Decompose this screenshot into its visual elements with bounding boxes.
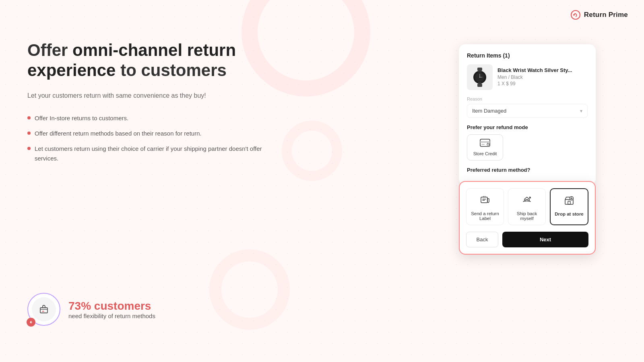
svg-point-0 bbox=[571, 10, 580, 19]
credit-card-svg bbox=[480, 139, 490, 147]
svg-rect-2 bbox=[40, 308, 47, 313]
header: Return Prime bbox=[570, 10, 628, 20]
arrow-left-icon bbox=[29, 320, 33, 325]
store-svg bbox=[564, 195, 575, 206]
subtitle: Let your customers return with same conv… bbox=[27, 90, 277, 101]
next-button[interactable]: Next bbox=[502, 232, 588, 247]
method-label-send: Send a return Label bbox=[470, 211, 500, 221]
watch-svg bbox=[470, 66, 489, 88]
stats-percentage: 73% bbox=[68, 300, 91, 312]
bullet-item-1: Offer In-store returns to customers. bbox=[27, 113, 277, 123]
method-label-ship: Ship back myself bbox=[512, 211, 542, 221]
method-options: Send a return Label Ship back myself bbox=[466, 188, 588, 225]
store-credit-icon bbox=[480, 139, 490, 149]
product-price: 1 X $ 99 bbox=[497, 81, 572, 86]
stats-text: 73% customers need flexibility of return… bbox=[68, 300, 155, 319]
method-option-store[interactable]: Drop at store bbox=[550, 188, 588, 225]
product-image bbox=[467, 64, 493, 90]
svg-rect-17 bbox=[481, 197, 487, 203]
reason-label: Reason bbox=[467, 97, 588, 101]
svg-rect-19 bbox=[568, 201, 570, 204]
return-card: Return Items (1) bbox=[459, 44, 596, 185]
product-variant: Men / Black bbox=[497, 74, 572, 80]
store-credit-box[interactable]: Store Credit bbox=[467, 134, 503, 160]
product-info: Black Wrist Watch Silver Sty... Men / Bl… bbox=[497, 67, 572, 87]
left-content: Offer omni-channel return experience to … bbox=[27, 40, 277, 169]
method-option-label[interactable]: Send a return Label bbox=[466, 188, 504, 225]
product-row: Black Wrist Watch Silver Sty... Men / Bl… bbox=[467, 64, 588, 90]
stats-description: need flexibility of return methods bbox=[68, 313, 155, 319]
ship-svg bbox=[521, 194, 533, 206]
svg-rect-8 bbox=[478, 71, 481, 72]
svg-rect-16 bbox=[487, 144, 489, 145]
store-credit-label: Store Credit bbox=[473, 151, 497, 156]
brand-name: Return Prime bbox=[584, 11, 628, 19]
stats-circle-inner bbox=[32, 297, 56, 321]
right-panel: Return Items (1) bbox=[459, 44, 596, 255]
svg-point-1 bbox=[573, 14, 575, 16]
svg-rect-9 bbox=[478, 82, 481, 84]
return-box-icon bbox=[37, 303, 50, 316]
reason-value: Item Damaged bbox=[472, 108, 506, 114]
method-label-store: Drop at store bbox=[555, 212, 584, 216]
stats-headline: 73% customers bbox=[68, 300, 155, 313]
bullet-dot-3 bbox=[27, 147, 31, 150]
svg-point-21 bbox=[571, 198, 572, 199]
stats-circle bbox=[27, 293, 60, 326]
method-card: Send a return Label Ship back myself bbox=[459, 181, 596, 255]
back-button[interactable]: Back bbox=[466, 232, 498, 247]
bullet-dot-2 bbox=[27, 132, 31, 135]
logo-icon bbox=[570, 10, 581, 20]
headline-end: to customers bbox=[120, 61, 227, 80]
card-buttons: Back Next bbox=[466, 232, 588, 247]
refund-title: Prefer your refund mode bbox=[467, 124, 588, 130]
svg-rect-3 bbox=[477, 68, 482, 71]
bullet-dot-1 bbox=[27, 116, 31, 119]
svg-rect-7 bbox=[477, 84, 482, 87]
store-icon bbox=[564, 195, 575, 208]
bullet-item-2: Offer different return methods based on … bbox=[27, 129, 277, 138]
ship-icon bbox=[521, 194, 533, 208]
method-option-ship[interactable]: Ship back myself bbox=[508, 188, 546, 225]
stats-section: 73% customers need flexibility of return… bbox=[27, 293, 155, 326]
headline-regular: Offer bbox=[27, 41, 68, 60]
headline: Offer omni-channel return experience to … bbox=[27, 40, 277, 81]
reason-section: Reason Item Damaged ▾ bbox=[467, 97, 588, 118]
label-icon bbox=[479, 194, 491, 208]
bullet-item-3: Let customers return using their choice … bbox=[27, 144, 277, 163]
product-name: Black Wrist Watch Silver Sty... bbox=[497, 67, 572, 73]
bg-circle-2 bbox=[209, 249, 290, 330]
label-svg bbox=[479, 194, 491, 206]
reason-select[interactable]: Item Damaged ▾ bbox=[467, 104, 588, 118]
return-items-title: Return Items (1) bbox=[467, 52, 588, 59]
svg-point-12 bbox=[479, 77, 480, 78]
stats-customers: customers bbox=[94, 300, 151, 312]
svg-rect-15 bbox=[481, 144, 485, 145]
svg-rect-14 bbox=[480, 141, 490, 143]
refund-section: Prefer your refund mode Store Credit bbox=[467, 124, 588, 160]
return-method-title: Preferred return method? bbox=[467, 167, 588, 173]
bullet-list: Offer In-store returns to customers. Off… bbox=[27, 113, 277, 163]
stats-arrow-badge bbox=[27, 318, 35, 327]
chevron-down-icon: ▾ bbox=[580, 108, 582, 114]
bg-circle-3 bbox=[282, 121, 342, 181]
